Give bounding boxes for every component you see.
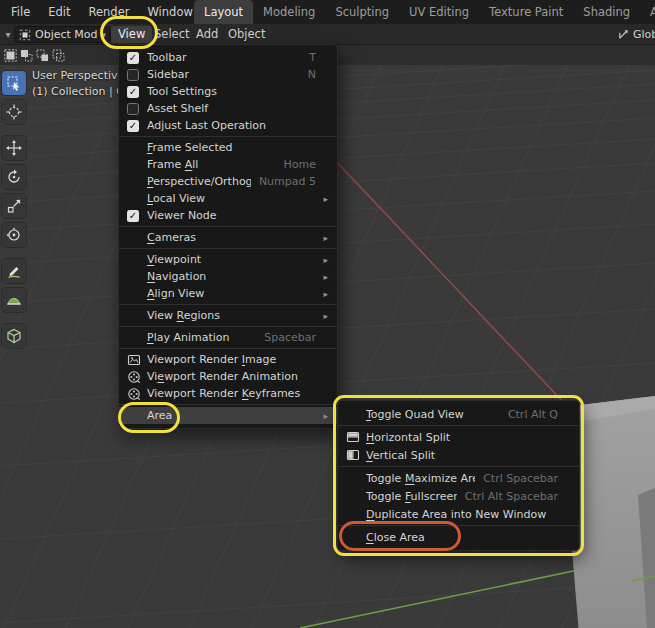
menu-item-toggle-fullscreen-area[interactable]: Toggle Fullscreen AreaCtrl Alt Spacebar	[338, 487, 579, 505]
menu-item-label: View Regions	[147, 309, 308, 322]
checkbox-checked-icon[interactable]: ✓	[127, 86, 139, 98]
menu-item-toggle-quad-view[interactable]: Toggle Quad ViewCtrl Alt Q	[338, 405, 579, 423]
cursor-tool-button[interactable]	[2, 100, 26, 124]
transform-tool-button[interactable]	[2, 223, 26, 247]
menu-item-tool-settings[interactable]: ✓Tool Settings	[119, 83, 337, 100]
tab-layout[interactable]: Layout	[194, 0, 253, 24]
scale-tool-button[interactable]	[2, 194, 26, 218]
measure-icon	[6, 292, 22, 308]
submenu-arrow-icon: ▸	[320, 411, 328, 421]
menu-item-sidebar[interactable]: SidebarN	[119, 66, 337, 83]
menu-item-local-view[interactable]: Local View▸	[119, 190, 337, 207]
menu-item-shortcut: T	[309, 51, 316, 64]
menu-item-shortcut: Home	[284, 158, 316, 171]
select-extend-mode-button[interactable]	[19, 48, 33, 62]
vsplit-icon	[346, 448, 366, 462]
object-mode-icon	[19, 29, 31, 41]
menu-item-label: Close Area	[366, 531, 550, 544]
menu-separator	[338, 425, 579, 426]
menu-item-label: Toggle Maximize Area	[366, 472, 475, 485]
menu-separator	[119, 226, 337, 227]
menubar-file[interactable]: File	[2, 0, 39, 24]
blender-window: User Perspective (1) Collection | Cube	[0, 0, 655, 628]
menu-item-vertical-split[interactable]: Vertical Split	[338, 446, 579, 464]
menu-item-label: Sidebar	[147, 68, 300, 81]
film-icon	[127, 370, 147, 384]
measure-tool-button[interactable]	[2, 288, 26, 312]
submenu-arrow-icon: ▸	[320, 194, 328, 204]
checkbox-unchecked-icon[interactable]	[127, 103, 139, 115]
select-subtract-mode-button[interactable]	[35, 48, 49, 62]
menu-item-perspective-orthographic[interactable]: Perspective/OrthographicNumpad 5	[119, 173, 337, 190]
mode-dropdown[interactable]: Object Mode ▾	[14, 26, 111, 43]
menu-item-asset-shelf[interactable]: Asset Shelf	[119, 100, 337, 117]
move-tool-button[interactable]	[2, 136, 26, 160]
add-menu-button[interactable]: Add	[189, 26, 225, 43]
select-box-tool-button[interactable]	[2, 71, 26, 95]
menu-item-label: Viewer Node	[147, 209, 308, 222]
menubar-edit[interactable]: Edit	[39, 0, 79, 24]
menu-item-viewport-render-keyframes[interactable]: Viewport Render Keyframes	[119, 385, 337, 402]
menu-item-viewpoint[interactable]: Viewpoint▸	[119, 251, 337, 268]
menu-item-navigation[interactable]: Navigation▸	[119, 268, 337, 285]
select-intersect-icon	[52, 49, 65, 62]
editor-type-chevron-icon[interactable]: ▾	[2, 25, 14, 44]
submenu-arrow-icon: ▸	[320, 233, 328, 243]
menu-item-viewer-node[interactable]: ✓Viewer Node	[119, 207, 337, 224]
checkbox-checked-icon[interactable]: ✓	[127, 210, 139, 222]
rotate-icon	[6, 169, 22, 185]
tab-sculpting[interactable]: Sculpting	[325, 0, 399, 24]
annotate-tool-button[interactable]	[2, 259, 26, 283]
menu-item-label: Toggle Fullscreen Area	[366, 490, 457, 503]
tab-modeling[interactable]: Modeling	[253, 0, 325, 24]
menubar-render[interactable]: Render	[80, 0, 139, 24]
menu-item-frame-selected[interactable]: Frame Selected	[119, 139, 337, 156]
menu-item-viewport-render-animation[interactable]: Viewport Render Animation	[119, 368, 337, 385]
menu-separator	[119, 136, 337, 137]
menu-item-label: Horizontal Split	[366, 431, 550, 444]
checkbox-checked-icon[interactable]: ✓	[127, 120, 139, 132]
menu-item-label: Tool Settings	[147, 85, 308, 98]
menu-item-label: Local View	[147, 192, 308, 205]
menu-item-view-regions[interactable]: View Regions▸	[119, 307, 337, 324]
menubar-window[interactable]: Window	[138, 0, 201, 24]
menu-item-viewport-render-image[interactable]: Viewport Render Image	[119, 351, 337, 368]
menu-item-align-view[interactable]: Align View▸	[119, 285, 337, 302]
menu-item-toolbar[interactable]: ✓ToolbarT	[119, 49, 337, 66]
menu-item-horizontal-split[interactable]: Horizontal Split	[338, 428, 579, 446]
rotate-tool-button[interactable]	[2, 165, 26, 189]
transform-orientation-dropdown[interactable]: Global	[617, 26, 655, 43]
checkbox-unchecked-icon[interactable]	[127, 69, 139, 81]
select-set-mode-button[interactable]	[3, 48, 17, 62]
menu-item-shortcut: Ctrl Spacebar	[483, 472, 558, 485]
menu-item-play-animation[interactable]: Play AnimationSpacebar	[119, 329, 337, 346]
topbar: File Edit Render Window Help Layout Mode…	[0, 0, 655, 24]
workspace-tabs: Layout Modeling Sculpting UV Editing Tex…	[194, 0, 655, 24]
menu-item-frame-all[interactable]: Frame AllHome	[119, 156, 337, 173]
menu-item-duplicate-area-into-new-window[interactable]: Duplicate Area into New Window	[338, 505, 579, 523]
menu-item-close-area[interactable]: Close Area	[338, 528, 579, 546]
tab-shading[interactable]: Shading	[573, 0, 640, 24]
menu-item-cameras[interactable]: Cameras▸	[119, 229, 337, 246]
hsplit-icon	[346, 430, 366, 444]
area-submenu: Toggle Quad ViewCtrl Alt QHorizontal Spl…	[337, 400, 580, 551]
menu-item-label: Vertical Split	[366, 449, 550, 462]
checkbox-checked-icon[interactable]: ✓	[127, 52, 139, 64]
object-menu-button[interactable]: Object	[221, 26, 272, 43]
menu-item-shortcut: Spacebar	[264, 331, 316, 344]
menu-item-checkbox: ✓	[127, 52, 147, 64]
add-cube-tool-button[interactable]	[2, 324, 26, 348]
submenu-arrow-icon: ▸	[320, 255, 328, 265]
menu-item-area[interactable]: Area▸	[119, 407, 337, 424]
menu-item-label: Viewpoint	[147, 253, 308, 266]
menu-item-shortcut: N	[308, 68, 316, 81]
menu-item-toggle-maximize-area[interactable]: Toggle Maximize AreaCtrl Spacebar	[338, 469, 579, 487]
tab-uv-editing[interactable]: UV Editing	[399, 0, 479, 24]
select-intersect-mode-button[interactable]	[51, 48, 65, 62]
menu-item-label: Viewport Render Animation	[147, 370, 308, 383]
tab-texture-paint[interactable]: Texture Paint	[479, 0, 573, 24]
tab-animation[interactable]: Animation	[640, 0, 655, 24]
menu-item-adjust-last-operation[interactable]: ✓Adjust Last Operation	[119, 117, 337, 134]
menu-item-checkbox: ✓	[127, 210, 147, 222]
menu-item-checkbox	[127, 103, 147, 115]
